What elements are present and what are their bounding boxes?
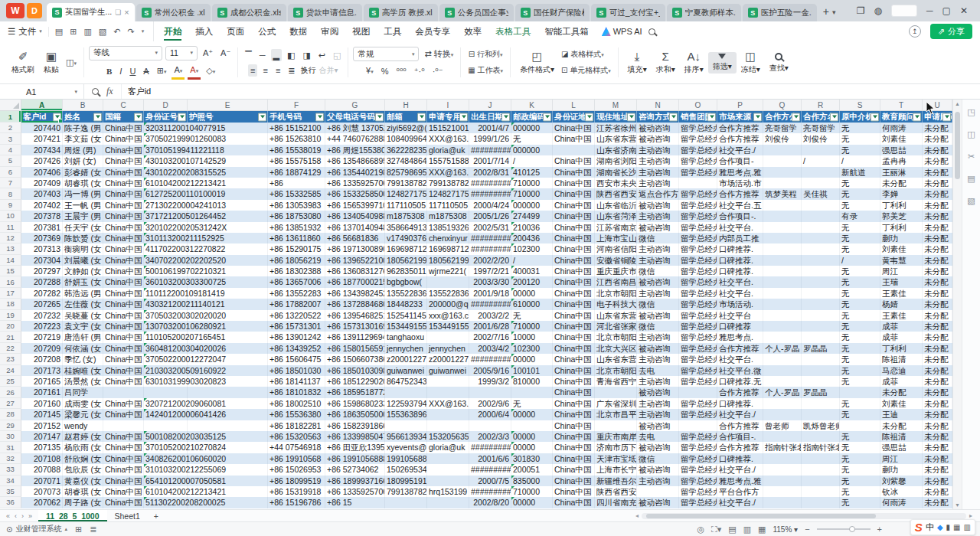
cell[interactable]: 亮哥留学 bbox=[802, 123, 840, 133]
row-number[interactable]: 3 bbox=[0, 133, 21, 144]
cell[interactable] bbox=[763, 321, 802, 332]
cell[interactable]: 327484864 bbox=[385, 155, 427, 166]
row-number[interactable]: 27 bbox=[0, 398, 21, 409]
cell[interactable]: 710000 bbox=[511, 178, 553, 188]
cell[interactable]: +86 18002510 bbox=[268, 398, 325, 409]
cell[interactable]: 舒妍玉 (女 bbox=[63, 276, 103, 287]
cell[interactable]: +86 1565399710 bbox=[325, 200, 385, 211]
sidebar-cut-icon[interactable]: ✂ bbox=[968, 152, 975, 162]
cell[interactable]: 207304 bbox=[21, 255, 63, 266]
cell[interactable]: 天津市宝坻 bbox=[595, 453, 637, 464]
header-cell[interactable]: 合作方公 bbox=[763, 111, 802, 123]
cell[interactable]: China中国 bbox=[103, 409, 144, 420]
cell[interactable]: 500106199702210321 bbox=[144, 266, 188, 276]
cell[interactable]: China中国 bbox=[553, 486, 595, 497]
cell[interactable]: 未分配 bbox=[923, 476, 952, 486]
cell[interactable]: +86 52734062 bbox=[325, 464, 385, 475]
sidebar-copy-icon[interactable]: ◫ bbox=[967, 129, 975, 139]
document-tab[interactable]: S可过_支付宝+_滴滴 bbox=[591, 4, 665, 21]
cell[interactable]: 360103200303300725 bbox=[144, 276, 188, 287]
cell[interactable]: 主动咨询 bbox=[637, 255, 679, 266]
ime-keyboard-icon[interactable]: ▦ bbox=[953, 523, 960, 531]
cell[interactable]: 山东省临沂 bbox=[595, 200, 637, 211]
cell[interactable]: 筑梦美程 bbox=[763, 188, 802, 199]
cell[interactable]: China中国 bbox=[103, 431, 144, 442]
cell[interactable]: 舒欣娴 (女 bbox=[63, 453, 103, 464]
header-cell[interactable]: 国籍 bbox=[103, 111, 144, 123]
merge-cells-icon[interactable]: ◱ bbox=[331, 49, 343, 61]
cell[interactable]: 被动咨询 bbox=[637, 387, 679, 397]
cell[interactable]: +86 13552283 bbox=[268, 288, 325, 299]
cell[interactable]: 207434 bbox=[21, 145, 63, 155]
row-number[interactable]: 25 bbox=[0, 376, 21, 387]
cell[interactable] bbox=[763, 276, 802, 287]
document-tab[interactable]: S医护五险一金.xlsx bbox=[743, 4, 817, 21]
cell[interactable]: gloria@uk bbox=[427, 145, 469, 155]
cell[interactable]: 留学总经办 bbox=[679, 398, 717, 409]
cell[interactable]: 陈歆赟 (女 bbox=[63, 233, 103, 243]
filter-dropdown-icon[interactable] bbox=[459, 113, 468, 121]
decrease-font-icon[interactable]: A⁻ bbox=[218, 47, 233, 59]
cell[interactable]: 370503200302020020 bbox=[144, 310, 188, 321]
cell[interactable]: XXX@163. bbox=[427, 167, 469, 178]
cell[interactable]: jennychen bbox=[385, 343, 427, 354]
cell[interactable]: +86 1370140948 bbox=[325, 222, 385, 233]
cell[interactable]: 微信 bbox=[637, 321, 679, 332]
selection-mode-icon[interactable]: ⛶▾ bbox=[711, 525, 721, 534]
menu-item-工具[interactable]: 工具 bbox=[377, 21, 408, 41]
cell[interactable]: 956613934 bbox=[385, 431, 427, 442]
cell[interactable]: China中国 bbox=[553, 188, 595, 199]
cell[interactable]: 207073 bbox=[21, 486, 63, 497]
cell[interactable]: 曾老师 bbox=[763, 420, 802, 431]
cell[interactable]: +86 1533258500 bbox=[325, 188, 385, 199]
cell[interactable]: 2000/4/24 bbox=[469, 200, 511, 211]
cell[interactable]: 微信 bbox=[637, 299, 679, 309]
header-cell[interactable]: 申请专用 bbox=[427, 111, 469, 123]
cell[interactable]: 被动咨询 bbox=[637, 464, 679, 475]
cell[interactable]: 主动咨询 bbox=[637, 155, 679, 166]
cell[interactable]: 207173 bbox=[21, 365, 63, 376]
cell[interactable]: 黄韦慧 bbox=[880, 255, 923, 266]
filter-dropdown-icon[interactable] bbox=[753, 113, 762, 121]
hscroll-right-icon[interactable]: ▸ bbox=[969, 512, 972, 519]
cell[interactable]: +86 田亚欣1395 bbox=[325, 442, 385, 453]
filter-dropdown-icon[interactable] bbox=[627, 113, 635, 121]
cell[interactable]: 王瑞 bbox=[880, 276, 923, 287]
cell[interactable]: 370502200012272047 bbox=[144, 354, 188, 364]
cell[interactable]: 王晨宇 (男 bbox=[63, 211, 103, 221]
cell[interactable]: 未分配 bbox=[923, 167, 952, 178]
cell[interactable]: 864752343 bbox=[385, 376, 427, 387]
cell[interactable] bbox=[802, 310, 840, 321]
cell[interactable] bbox=[763, 233, 802, 243]
cell[interactable] bbox=[427, 276, 469, 287]
cell[interactable]: 社交平台./ bbox=[717, 409, 763, 420]
cell[interactable]: 207409 bbox=[21, 178, 63, 188]
cell[interactable]: 370105200210270824 bbox=[144, 442, 188, 453]
cell[interactable]: 152541145 bbox=[385, 310, 427, 321]
cell[interactable]: 无 bbox=[840, 332, 880, 342]
cell[interactable]: 207378 bbox=[21, 211, 63, 221]
cell[interactable]: gloria@uk bbox=[427, 442, 469, 453]
cell[interactable]: 亮哥留学 bbox=[763, 123, 802, 133]
cell[interactable]: 王一帆 (男 bbox=[63, 200, 103, 211]
cell[interactable]: 18448233 bbox=[385, 299, 427, 309]
cell[interactable]: 无 bbox=[840, 497, 880, 508]
cell[interactable]: 留学总经办 bbox=[679, 222, 717, 233]
cell[interactable]: ######### bbox=[469, 464, 511, 475]
cell[interactable]: 135522836 bbox=[427, 288, 469, 299]
cell[interactable]: +86 18056219 bbox=[268, 255, 325, 266]
cell[interactable]: 500108200203035125 bbox=[144, 431, 188, 442]
cell[interactable]: 留学总经办 bbox=[679, 310, 717, 321]
cell[interactable]: 主动咨询 bbox=[637, 376, 679, 387]
column-letter-C[interactable]: C bbox=[103, 100, 144, 110]
cell[interactable]: 强思喆 bbox=[880, 145, 923, 155]
cell[interactable]: 周江 bbox=[880, 266, 923, 276]
cell[interactable]: 610104200212213421 bbox=[144, 178, 188, 188]
filter-dropdown-icon[interactable] bbox=[830, 113, 838, 121]
filter-dropdown-icon[interactable] bbox=[913, 113, 921, 121]
document-tab[interactable]: S公务员国企事业单... bbox=[439, 4, 514, 21]
close-button[interactable]: ✕ bbox=[960, 5, 968, 16]
percent-format-icon[interactable]: % bbox=[379, 65, 391, 77]
ime-lightning-icon[interactable]: ◆ bbox=[937, 523, 943, 531]
cell[interactable]: 留学总经办 bbox=[679, 486, 717, 497]
